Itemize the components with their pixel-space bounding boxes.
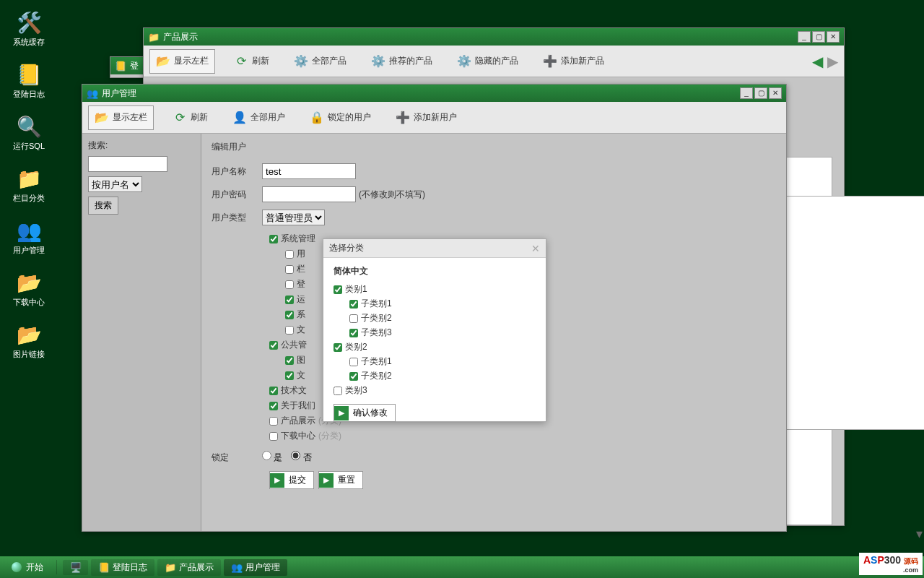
folder-down-icon: 📂 [17,270,41,295]
modal-titlebar[interactable]: 选择分类 ✕ [323,239,546,258]
close-button[interactable]: ✕ [827,31,840,43]
button-label: 提交 [284,472,313,488]
category-checkbox[interactable] [349,358,358,366]
username-input[interactable] [262,163,356,179]
lock-yes-option[interactable]: 是 [262,451,282,464]
recommended-button[interactable]: ⚙️ 推荐的产品 [365,50,438,73]
password-label: 用户密码 [212,189,262,201]
users-icon: 👥 [87,88,98,99]
category-checkbox[interactable] [334,343,342,352]
user-icon: 👤 [232,111,247,125]
search-button[interactable]: 搜索 [88,197,118,215]
category-checkbox[interactable] [334,285,342,294]
perm-checkbox[interactable] [285,326,294,335]
button-label: 全部用户 [250,111,285,124]
show-left-button[interactable]: 📂 显示左栏 [149,49,215,74]
minimize-button[interactable]: _ [798,31,811,43]
perm-checkbox[interactable] [285,265,294,274]
desktop-icon-login-log[interactable]: 📒 登陆日志 [0,58,58,104]
category-label: 类别2 [345,341,367,353]
all-users-button[interactable]: 👤 全部用户 [227,106,291,129]
category-label: 子类别2 [361,312,392,324]
button-label: 添加新产品 [561,55,604,67]
locked-users-button[interactable]: 🔒 锁定的用户 [304,106,377,129]
gear-icon: ⚙️ [371,54,385,69]
icon-label: 运行SQL [13,141,45,152]
perm-checkbox[interactable] [269,402,278,410]
category-checkbox[interactable] [334,387,342,395]
perm-checkbox[interactable] [269,417,278,426]
task-user-mgmt[interactable]: 👥 用户管理 [224,559,287,576]
perm-label: 文 [297,369,305,381]
scroll-down-icon[interactable]: ▾ [916,526,923,542]
refresh-button[interactable]: ⟳ 刷新 [228,50,275,73]
back-arrow-icon[interactable]: ◀ [812,53,823,70]
refresh-button[interactable]: ⟳ 刷新 [167,106,214,129]
category-checkbox[interactable] [349,300,358,309]
category-label: 类别3 [345,384,367,397]
all-products-button[interactable]: ⚙️ 全部产品 [288,50,352,73]
select-category-modal[interactable]: 选择分类 ✕ 简体中文 类别1 子类别1 子类别2 子类别3 类别2 子类别1 … [323,238,546,422]
perm-checkbox[interactable] [285,371,294,380]
username-label: 用户名称 [212,165,262,178]
button-label: 刷新 [191,111,208,124]
desktop-icon-system-cache[interactable]: 🛠️ 系统缓存 [0,6,58,52]
hidden-button[interactable]: ⚙️ 隐藏的产品 [451,50,524,73]
password-input[interactable] [262,186,356,202]
task-login-log[interactable]: 📒 登陆日志 [91,559,154,576]
category-checkbox[interactable] [349,372,358,381]
task-desktop[interactable]: 🖥️ [63,560,88,575]
desktop-icon-category[interactable]: 📁 栏目分类 [0,162,58,208]
perm-checkbox[interactable] [285,311,294,319]
maximize-button[interactable]: ▢ [754,87,767,99]
modal-body: 简体中文 类别1 子类别1 子类别2 子类别3 类别2 子类别1 子类别2 类别… [323,258,546,429]
close-icon[interactable]: ✕ [531,243,540,254]
play-icon: ▶ [270,473,284,488]
desktop-icon-user-mgmt[interactable]: 👥 用户管理 [0,214,58,260]
reset-button[interactable]: ▶ 重置 [318,471,363,489]
show-left-button[interactable]: 📂 显示左栏 [88,105,154,130]
perm-checkbox[interactable] [285,280,294,289]
window-titlebar[interactable]: 📁 产品展示 _ ▢ ✕ [144,28,844,46]
perm-label: 系统管理 [281,233,315,245]
icon-label: 系统缓存 [13,37,45,48]
perm-label: 图 [297,354,305,366]
perm-checkbox[interactable] [285,356,294,365]
perm-checkbox[interactable] [269,341,278,350]
start-button[interactable]: 开始 [4,559,51,576]
perm-checkbox[interactable] [285,296,294,304]
nav-arrows: ◀ ▶ [812,53,838,70]
add-product-button[interactable]: ➕ 添加新产品 [537,50,610,73]
perm-label: 栏 [297,263,305,275]
category-label: 子类别2 [361,370,392,382]
desktop-icon-image-link[interactable]: 📂 图片链接 [0,318,58,364]
search-type-select[interactable]: 按用户名 [88,176,142,192]
modal-title-text: 选择分类 [329,242,364,254]
icon-label: 栏目分类 [13,193,45,204]
users-toolbar: 📂 显示左栏 ⟳ 刷新 👤 全部用户 🔒 锁定的用户 ➕ 添加新用户 [82,102,786,134]
add-user-button[interactable]: ➕ 添加新用户 [390,106,463,129]
folder-open-icon: 📂 [156,54,170,69]
category-checkbox[interactable] [349,329,358,337]
close-button[interactable]: ✕ [769,87,782,99]
perm-label: 下载中心 [281,430,315,442]
play-icon: ▶ [319,473,334,488]
usertype-select[interactable]: 普通管理员 [262,210,325,225]
desktop-icon-run-sql[interactable]: 🔍 运行SQL [0,110,58,156]
perm-checkbox[interactable] [269,235,278,243]
submit-button[interactable]: ▶ 提交 [269,471,314,489]
confirm-button[interactable]: ▶ 确认修改 [334,404,396,422]
perm-checkbox[interactable] [285,250,294,259]
minimize-button[interactable]: _ [740,87,753,99]
lock-no-option[interactable]: 否 [291,451,311,464]
category-checkbox[interactable] [349,314,358,323]
search-input[interactable] [88,156,167,172]
tag-label: (分类) [318,430,341,442]
window-titlebar[interactable]: 👥 用户管理 _ ▢ ✕ [82,85,786,102]
desktop-icon-download[interactable]: 📂 下载中心 [0,266,58,312]
maximize-button[interactable]: ▢ [812,31,825,43]
button-label: 确认修改 [349,405,395,421]
task-products[interactable]: 📁 产品展示 [157,559,221,576]
perm-checkbox[interactable] [269,387,278,395]
perm-checkbox[interactable] [269,432,278,441]
